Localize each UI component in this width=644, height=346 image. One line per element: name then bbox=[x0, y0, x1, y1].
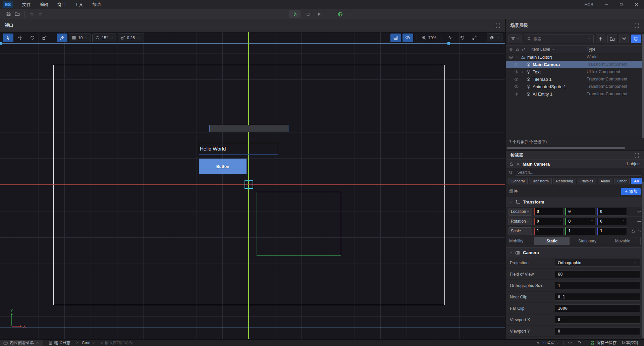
world-view-dropdown[interactable] bbox=[487, 34, 502, 42]
star-column-icon[interactable] bbox=[514, 47, 521, 52]
sort-asc-icon[interactable]: ▲ bbox=[552, 48, 554, 51]
tab-physics[interactable]: Physics bbox=[578, 178, 596, 184]
gizmo-visibility-button[interactable] bbox=[402, 34, 413, 42]
mobility-static[interactable]: Static bbox=[534, 237, 570, 245]
expand-icon[interactable] bbox=[634, 23, 639, 28]
inspector-search-box[interactable] bbox=[515, 169, 641, 176]
move-tool-button[interactable] bbox=[15, 34, 25, 42]
location-z-field[interactable]: 0 bbox=[597, 208, 627, 216]
tree-row-text[interactable]: Text UITextComponent bbox=[506, 68, 644, 75]
zoom-control[interactable]: 79% bbox=[420, 34, 438, 42]
cmd-dropdown[interactable]: Cmd bbox=[73, 341, 98, 345]
expand-fields-icon[interactable] bbox=[637, 219, 641, 224]
minimize-button[interactable] bbox=[599, 0, 614, 9]
expand-icon[interactable] bbox=[634, 153, 639, 158]
viewport-canvas[interactable]: Hello World Button Y X bbox=[0, 32, 505, 339]
vertical-scrollbar[interactable] bbox=[642, 34, 644, 138]
menu-file[interactable]: 文件 bbox=[18, 0, 35, 9]
eye-icon[interactable] bbox=[513, 92, 520, 96]
tree-row-animatedsprite[interactable]: AnimatedSprite 1 TransformComponent bbox=[506, 83, 644, 90]
network-mode-button[interactable] bbox=[336, 10, 344, 18]
grid-snap-dropdown[interactable]: 10 bbox=[69, 34, 91, 42]
camera-section-header[interactable]: Camera bbox=[506, 247, 644, 257]
uniform-scale-lock-icon[interactable] bbox=[631, 229, 635, 233]
content-drawer-button[interactable]: 内容侧滑菜单 bbox=[0, 340, 43, 346]
mobility-movable[interactable]: Movable bbox=[605, 237, 640, 245]
chevron-down-icon[interactable] bbox=[514, 55, 520, 59]
vertical-scrollbar[interactable] bbox=[642, 181, 644, 338]
ortho-size-field[interactable]: 1 bbox=[555, 282, 640, 289]
mobility-stationary[interactable]: Stationary bbox=[570, 237, 605, 245]
open-button[interactable] bbox=[13, 10, 21, 18]
save-button[interactable] bbox=[4, 10, 13, 18]
gear-icon[interactable] bbox=[516, 162, 520, 166]
rotate-snap-dropdown[interactable]: 15° bbox=[92, 34, 116, 42]
scale-snap-dropdown[interactable]: 0.25 bbox=[118, 34, 143, 42]
traceback-dropdown[interactable]: 回追踪 bbox=[534, 340, 562, 346]
eye-icon[interactable] bbox=[513, 62, 520, 67]
tab-other[interactable]: Other bbox=[614, 178, 630, 184]
menu-help[interactable]: 帮助 bbox=[88, 0, 105, 9]
output-log-button[interactable]: 输出日志 bbox=[46, 340, 73, 346]
save-status[interactable]: 所有已保存 bbox=[588, 340, 619, 346]
console-command-input[interactable]: > 输入控制台命令 bbox=[98, 340, 136, 346]
tab-all[interactable]: All bbox=[631, 178, 642, 184]
rotation-x-field[interactable]: 0° bbox=[534, 218, 564, 225]
fov-field[interactable]: 60 bbox=[555, 270, 640, 278]
selection-gizmo-box[interactable] bbox=[245, 180, 253, 189]
column-item-label[interactable]: Item Label bbox=[531, 47, 550, 52]
chevron-right-icon[interactable] bbox=[520, 70, 525, 73]
close-button[interactable] bbox=[629, 0, 644, 9]
version-control-button[interactable]: 版本控制 bbox=[619, 340, 641, 346]
tree-row-main-camera[interactable]: Main Camera TransformComponent bbox=[506, 61, 644, 68]
selection-handle[interactable] bbox=[447, 42, 450, 45]
scene-green-region[interactable] bbox=[257, 192, 341, 256]
column-type[interactable]: Type bbox=[587, 47, 595, 52]
horizontal-scrollbar[interactable] bbox=[506, 146, 644, 150]
lock-column-icon[interactable] bbox=[521, 47, 527, 52]
rotation-mode-dropdown[interactable]: Rotation bbox=[508, 218, 532, 225]
chevron-down-icon[interactable] bbox=[347, 12, 351, 16]
stop-button[interactable] bbox=[304, 10, 312, 18]
eye-icon[interactable] bbox=[513, 77, 520, 81]
rotation-y-field[interactable]: 0° bbox=[565, 218, 595, 225]
add-folder-button[interactable] bbox=[607, 35, 617, 43]
source-control-button[interactable] bbox=[575, 341, 585, 345]
selection-handle[interactable] bbox=[0, 42, 2, 45]
tab-general[interactable]: General bbox=[508, 178, 528, 184]
tree-row-ai-entity[interactable]: AI Entity 1 TransformComponent bbox=[506, 90, 644, 98]
menu-window[interactable]: 窗口 bbox=[53, 0, 70, 9]
near-clip-field[interactable]: 0.1 bbox=[555, 293, 640, 301]
tab-transform[interactable]: Transform bbox=[529, 178, 552, 184]
hierarchy-settings-button[interactable] bbox=[619, 35, 629, 43]
transform-section-header[interactable]: Transform bbox=[506, 197, 644, 207]
redo-button[interactable] bbox=[36, 10, 45, 18]
eye-icon[interactable] bbox=[513, 84, 520, 89]
tree-row-main[interactable]: main (Editor) World bbox=[506, 53, 644, 61]
expand-fields-icon[interactable] bbox=[637, 210, 641, 214]
fullscreen-button[interactable] bbox=[469, 34, 480, 42]
inspector-search-input[interactable] bbox=[517, 170, 639, 175]
snap-tool-button[interactable] bbox=[57, 34, 67, 42]
scene-button-widget[interactable]: Button bbox=[199, 159, 247, 174]
far-clip-field[interactable]: 1000 bbox=[555, 304, 640, 312]
reset-view-button[interactable] bbox=[457, 34, 468, 42]
projection-dropdown[interactable]: Orthographic bbox=[555, 259, 640, 267]
runtime-view-button[interactable] bbox=[631, 35, 641, 43]
filter-button[interactable] bbox=[508, 35, 522, 43]
location-mode-dropdown[interactable]: Location bbox=[508, 208, 532, 216]
tab-audio[interactable]: Audio bbox=[598, 178, 613, 184]
grid-toggle-button[interactable] bbox=[390, 34, 401, 42]
hierarchy-search-input[interactable] bbox=[533, 37, 585, 41]
viewport-x-field[interactable]: 0 bbox=[555, 316, 640, 324]
add-entity-button[interactable] bbox=[596, 35, 605, 43]
location-y-field[interactable]: 0 bbox=[565, 208, 595, 216]
scale-mode-dropdown[interactable]: Scale bbox=[508, 227, 532, 235]
tree-row-tilemap[interactable]: Tilemap 1 TransformComponent bbox=[506, 75, 644, 83]
menu-edit[interactable]: 编辑 bbox=[35, 0, 53, 9]
step-button[interactable] bbox=[315, 10, 324, 18]
eye-column-icon[interactable] bbox=[508, 47, 514, 52]
viewport-y-field[interactable]: 0 bbox=[555, 327, 640, 335]
rotate-tool-button[interactable] bbox=[27, 34, 38, 42]
unlock-icon[interactable] bbox=[509, 162, 514, 166]
